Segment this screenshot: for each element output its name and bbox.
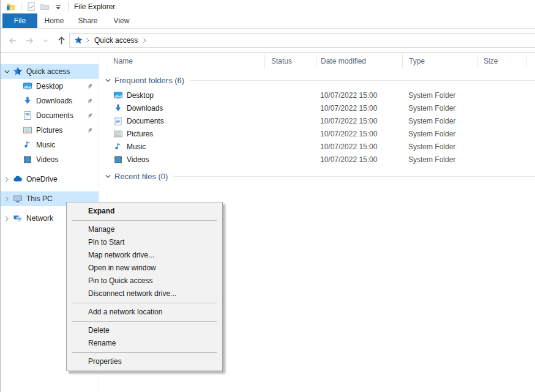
quick-access-star-icon (74, 36, 83, 45)
column-header-type[interactable]: Type (402, 54, 477, 68)
context-menu-item-pin-to-start[interactable]: Pin to Start (67, 236, 222, 249)
file-row-music[interactable]: Music10/07/2022 15:00System Folder (99, 140, 535, 153)
sidebar-item-label: Pictures (36, 126, 62, 135)
context-menu-item-delete[interactable]: Delete (67, 324, 222, 337)
group-header-rule (173, 176, 535, 177)
file-row-documents[interactable]: Documents10/07/2022 15:00System Folder (99, 114, 535, 127)
file-row-pictures[interactable]: Pictures10/07/2022 15:00System Folder (99, 127, 535, 140)
music-icon (23, 140, 32, 150)
file-date-modified: 10/07/2022 15:00 (316, 91, 402, 100)
back-icon[interactable] (7, 35, 18, 46)
toolbar-dropdown-icon[interactable] (53, 2, 63, 12)
downloads-icon (23, 96, 32, 106)
file-type: System Folder (402, 130, 477, 138)
sidebar-item-label: Music (36, 141, 55, 149)
file-row-downloads[interactable]: Downloads10/07/2022 15:00System Folder (99, 102, 535, 114)
column-header-filler (526, 54, 535, 68)
context-menu-item-rename[interactable]: Rename (67, 337, 222, 350)
context-menu-item-manage[interactable]: Manage (67, 223, 222, 236)
file-explorer-window: File Explorer FileHomeShareView Quick ac… (0, 0, 535, 392)
titlebar-separator (21, 2, 21, 11)
pin-icon (86, 112, 94, 120)
sidebar-item-pictures[interactable]: Pictures (1, 123, 99, 138)
sidebar-item-documents[interactable]: Documents (1, 108, 99, 123)
tab-share[interactable]: Share (71, 13, 105, 28)
file-name: Downloads (127, 104, 163, 113)
file-date-modified: 10/07/2022 15:00 (316, 130, 402, 138)
sidebar-item-videos[interactable]: Videos (1, 152, 99, 167)
music-icon (113, 142, 123, 152)
file-row-desktop[interactable]: Desktop10/07/2022 15:00System Folder (99, 89, 535, 102)
up-icon[interactable] (56, 35, 67, 46)
sidebar-item-label: Videos (36, 155, 58, 164)
chevron-right-icon[interactable] (84, 37, 91, 44)
group-header-label: Frequent folders (6) (114, 76, 184, 85)
group-header-label: Recent files (0) (114, 172, 168, 181)
forward-icon[interactable] (24, 35, 35, 46)
context-menu-item-pin-to-quick-access[interactable]: Pin to Quick access (67, 275, 222, 287)
group-header-recent-files[interactable]: Recent files (0) (104, 172, 535, 181)
title-bar: File Explorer (1, 0, 535, 13)
context-menu-item-properties[interactable]: Properties (67, 355, 222, 368)
chevron-down-icon[interactable] (104, 172, 112, 180)
desktop-icon (113, 91, 123, 100)
ribbon-tabs: FileHomeShareView (1, 13, 535, 29)
file-row-videos[interactable]: Videos10/07/2022 15:00System Folder (99, 153, 535, 166)
file-type: System Folder (402, 104, 477, 113)
window-title: File Explorer (74, 2, 115, 11)
sidebar-item-label: Quick access (26, 67, 70, 76)
tab-view[interactable]: View (105, 13, 138, 28)
sidebar-item-music[interactable]: Music (1, 138, 99, 152)
file-date-modified: 10/07/2022 15:00 (316, 155, 402, 164)
network-icon (13, 213, 23, 223)
column-header-status[interactable]: Status (264, 54, 316, 68)
chevron-right-icon[interactable] (141, 37, 148, 44)
breadcrumb-item[interactable]: Quick access (92, 36, 140, 45)
navigation-bar: Quick access (1, 29, 535, 53)
chevron-down-icon[interactable] (3, 68, 13, 76)
sidebar-item-quick-access[interactable]: Quick access (1, 64, 99, 79)
sidebar-item-label: OneDrive (26, 175, 58, 183)
desktop-icon (23, 81, 32, 91)
chevron-right-icon[interactable] (3, 215, 13, 223)
file-type: System Folder (402, 142, 477, 151)
group-header-rule (190, 80, 535, 81)
sidebar-item-label: Network (26, 214, 53, 223)
column-header-size[interactable]: Size (477, 54, 526, 68)
pin-icon (86, 83, 94, 91)
chevron-right-icon[interactable] (3, 195, 13, 203)
titlebar-separator (68, 2, 69, 11)
tab-file[interactable]: File (2, 13, 37, 28)
file-type: System Folder (402, 155, 477, 164)
address-bar[interactable]: Quick access (69, 33, 535, 48)
column-header-date-modified[interactable]: Date modified (316, 54, 402, 68)
sidebar-item-downloads[interactable]: Downloads (1, 94, 99, 108)
file-list: Frequent folders (6)Desktop10/07/2022 15… (99, 76, 535, 181)
menu-separator (72, 352, 217, 353)
new-folder-icon[interactable] (40, 2, 50, 12)
quick-access-star-icon (13, 67, 23, 76)
sidebar-item-label: Desktop (36, 82, 63, 91)
context-menu-item-expand[interactable]: Expand (67, 205, 222, 218)
sidebar-item-onedrive[interactable]: OneDrive (1, 172, 99, 187)
recent-locations-dropdown-icon[interactable] (42, 37, 50, 45)
properties-icon[interactable] (26, 2, 36, 12)
group-header-frequent-folders[interactable]: Frequent folders (6) (104, 76, 535, 85)
column-header-name[interactable]: Name (104, 54, 264, 68)
file-name: Documents (127, 117, 164, 125)
tab-home[interactable]: Home (37, 13, 71, 28)
context-menu-item-disconnect-network-drive[interactable]: Disconnect network drive... (67, 287, 222, 300)
pin-icon (86, 97, 94, 105)
context-menu-item-add-a-network-location[interactable]: Add a network location (67, 306, 222, 319)
context-menu-item-open-in-new-window[interactable]: Open in new window (67, 262, 222, 275)
column-headers: NameStatusDate modifiedTypeSize (99, 52, 535, 70)
documents-icon (113, 116, 123, 126)
context-menu-item-map-network-drive[interactable]: Map network drive... (67, 249, 222, 262)
file-date-modified: 10/07/2022 15:00 (316, 104, 402, 113)
sidebar-item-label: This PC (26, 194, 53, 203)
file-name: Desktop (127, 91, 154, 100)
sidebar-item-desktop[interactable]: Desktop (1, 79, 99, 94)
chevron-down-icon[interactable] (104, 76, 112, 84)
file-date-modified: 10/07/2022 15:00 (316, 117, 402, 125)
chevron-right-icon[interactable] (3, 176, 13, 183)
